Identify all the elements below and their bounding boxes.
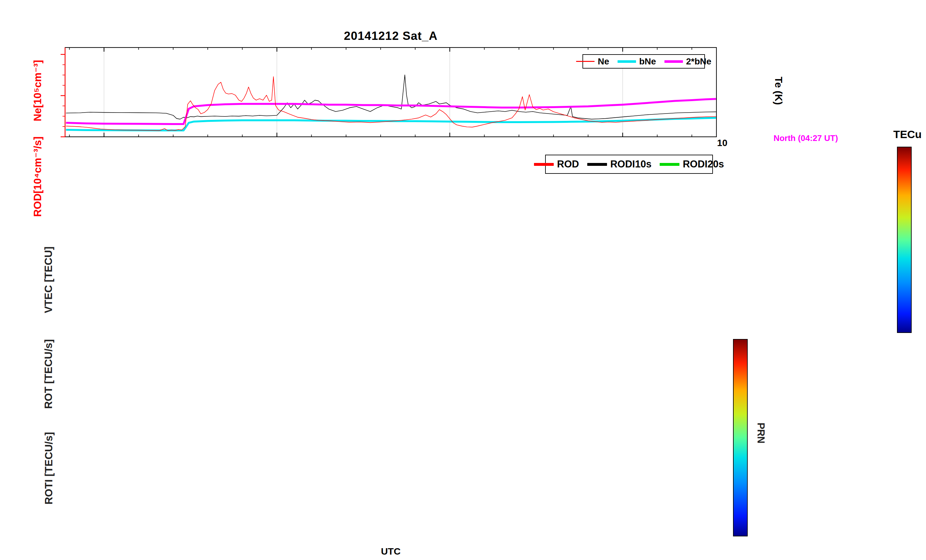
legend-item-ne: Ne [576, 56, 609, 67]
legend-item-rodi20s: RODI20s [660, 159, 724, 170]
tecu-colorbar-title: TECu [887, 128, 926, 141]
legend-label: ROD [557, 159, 579, 170]
legend-label: 2*bNe [686, 56, 711, 67]
legend-item-2bne: 2*bNe [664, 56, 711, 67]
figure: 20141212 Sat_A Ne[10⁵cm⁻³] ROD[10⁴cm⁻³/s… [0, 0, 926, 560]
legend-rod: ROD RODI10s RODI20s [545, 155, 713, 174]
legend-ne: Ne bNe 2*bNe [583, 54, 705, 68]
series-Ne [66, 77, 716, 130]
legend-item-rod: ROD [534, 159, 579, 170]
ylabel-roti: ROTI [TECU/s] [43, 444, 55, 504]
rodi10s-line-sample [587, 163, 607, 166]
ylabel-vtec: VTEC [TECU] [42, 256, 54, 313]
ne-line-sample [576, 61, 595, 62]
bne-line-sample [617, 60, 636, 63]
prn-colorbar [733, 339, 748, 536]
ylabel-ne: Ne[10⁵cm⁻³] [31, 74, 44, 121]
ylabel-rod: ROD[10⁴cm⁻³/s] [31, 161, 44, 217]
plot-title: 20141212 Sat_A [65, 29, 716, 43]
rodi20s-line-sample [660, 163, 679, 166]
map-title: North (04:27 UT) [722, 133, 890, 143]
2bne-line-sample [664, 60, 683, 63]
series-Te [66, 75, 716, 119]
ylabel-te: Te (K) [773, 77, 784, 109]
legend-label: RODI20s [682, 159, 724, 170]
polar-tec-map [722, 146, 890, 322]
legend-item-rodi10s: RODI10s [587, 159, 651, 170]
prn-colorbar-label: PRN [755, 422, 767, 443]
panel-rot [65, 334, 716, 423]
tecu-colorbar [897, 147, 912, 333]
rod-line-sample [534, 163, 554, 166]
legend-label: Ne [598, 56, 609, 67]
ylabel-rot: ROT [TECU/s] [42, 351, 54, 409]
legend-label: bNe [639, 56, 656, 67]
legend-item-bne: bNe [617, 56, 656, 67]
xaxis-label: UTC [65, 546, 716, 557]
panel-vtec [65, 238, 716, 327]
panel-roti [65, 429, 716, 517]
legend-label: RODI10s [610, 159, 651, 170]
